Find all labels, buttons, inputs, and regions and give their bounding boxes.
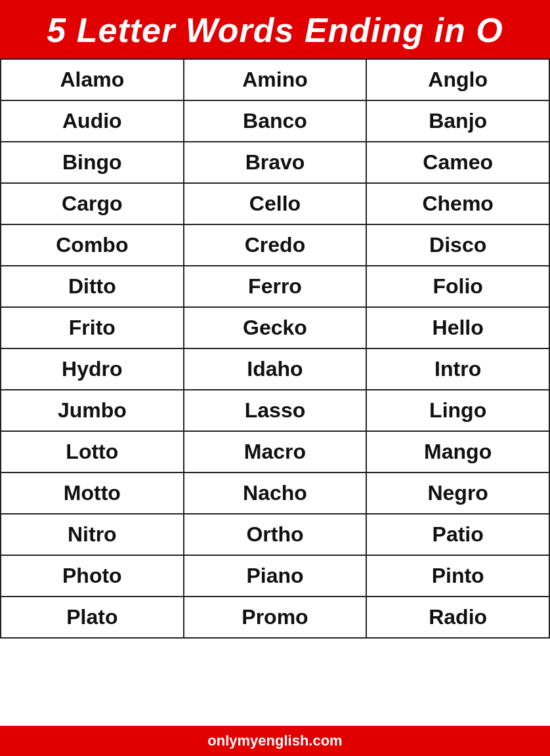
word-cell: Jumbo bbox=[1, 390, 184, 431]
footer-url: onlymyenglish.com bbox=[207, 732, 342, 749]
word-cell: Banco bbox=[184, 100, 367, 142]
word-cell: Bravo bbox=[184, 142, 367, 183]
word-cell: Lotto bbox=[1, 431, 184, 472]
table-row: HydroIdahoIntro bbox=[1, 348, 549, 390]
word-cell: Folio bbox=[366, 266, 549, 307]
word-cell: Hydro bbox=[1, 348, 184, 390]
word-cell: Idaho bbox=[184, 348, 367, 390]
word-cell: Credo bbox=[184, 224, 367, 266]
word-cell: Ditto bbox=[1, 266, 184, 307]
word-cell: Amino bbox=[184, 59, 367, 100]
page-title: 5 Letter Words Ending in O bbox=[13, 12, 537, 49]
word-cell: Macro bbox=[184, 431, 367, 472]
word-cell: Mango bbox=[366, 431, 549, 472]
word-cell: Chemo bbox=[366, 183, 549, 224]
word-cell: Ferro bbox=[184, 266, 367, 307]
word-cell: Disco bbox=[366, 224, 549, 266]
page-footer: onlymyenglish.com bbox=[0, 726, 550, 756]
word-cell: Banjo bbox=[366, 100, 549, 142]
word-cell: Gecko bbox=[184, 307, 367, 348]
word-cell: Radio bbox=[366, 597, 549, 638]
word-table-container: AlamoAminoAngloAudioBancoBanjoBingoBravo… bbox=[0, 58, 550, 726]
table-row: LottoMacroMango bbox=[1, 431, 549, 472]
word-cell: Combo bbox=[1, 224, 184, 266]
word-cell: Lingo bbox=[366, 390, 549, 431]
word-cell: Alamo bbox=[1, 59, 184, 100]
word-cell: Anglo bbox=[366, 59, 549, 100]
word-cell: Cargo bbox=[1, 183, 184, 224]
word-cell: Photo bbox=[1, 555, 184, 597]
word-cell: Ortho bbox=[184, 514, 367, 555]
table-row: DittoFerroFolio bbox=[1, 266, 549, 307]
word-cell: Nitro bbox=[1, 514, 184, 555]
word-cell: Patio bbox=[366, 514, 549, 555]
word-cell: Pinto bbox=[366, 555, 549, 597]
word-cell: Lasso bbox=[184, 390, 367, 431]
word-cell: Nacho bbox=[184, 472, 367, 514]
table-row: NitroOrthoPatio bbox=[1, 514, 549, 555]
word-cell: Plato bbox=[1, 597, 184, 638]
word-cell: Audio bbox=[1, 100, 184, 142]
word-cell: Piano bbox=[184, 555, 367, 597]
table-row: BingoBravoCameo bbox=[1, 142, 549, 183]
table-row: JumboLassoLingo bbox=[1, 390, 549, 431]
table-row: PlatoPromoRadio bbox=[1, 597, 549, 638]
word-cell: Motto bbox=[1, 472, 184, 514]
word-table: AlamoAminoAngloAudioBancoBanjoBingoBravo… bbox=[0, 58, 550, 639]
table-row: CargoCelloChemo bbox=[1, 183, 549, 224]
table-row: MottoNachoNegro bbox=[1, 472, 549, 514]
table-row: AlamoAminoAnglo bbox=[1, 59, 549, 100]
word-cell: Intro bbox=[366, 348, 549, 390]
word-cell: Hello bbox=[366, 307, 549, 348]
word-cell: Bingo bbox=[1, 142, 184, 183]
table-row: PhotoPianoPinto bbox=[1, 555, 549, 597]
page-header: 5 Letter Words Ending in O bbox=[0, 0, 550, 58]
table-row: ComboCredoDisco bbox=[1, 224, 549, 266]
table-row: FritoGeckoHello bbox=[1, 307, 549, 348]
word-cell: Frito bbox=[1, 307, 184, 348]
table-row: AudioBancoBanjo bbox=[1, 100, 549, 142]
word-cell: Promo bbox=[184, 597, 367, 638]
word-cell: Cameo bbox=[366, 142, 549, 183]
word-cell: Cello bbox=[184, 183, 367, 224]
word-cell: Negro bbox=[366, 472, 549, 514]
